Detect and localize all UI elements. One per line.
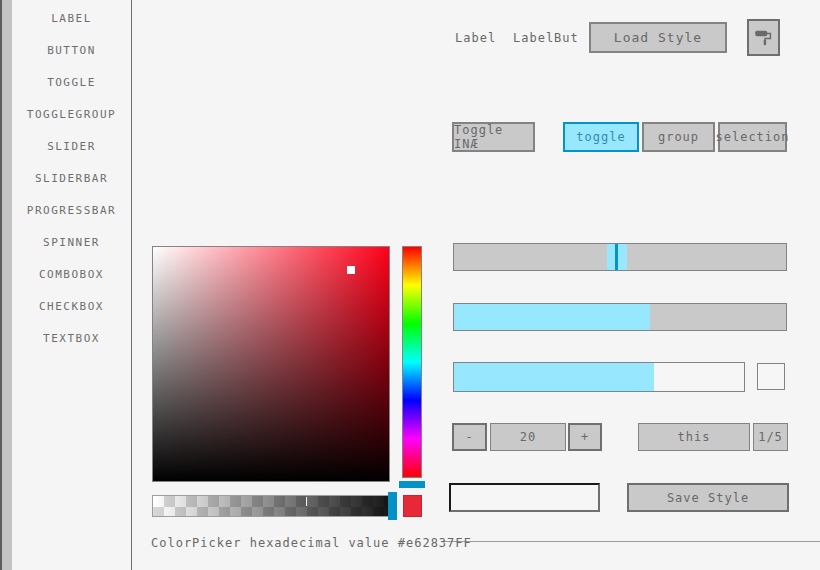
alpha-bar-center-tick [306,497,307,506]
sidebar-item-togglegroup[interactable]: TOGGLEGROUP [12,98,131,130]
sidebar-item-textbox[interactable]: TEXTBOX [12,322,131,354]
sidebar-scrollbar[interactable] [0,0,12,570]
paint-roller-icon [753,27,775,49]
sliderbar-fill [454,304,650,330]
app-window: LABEL BUTTON TOGGLE TOGGLEGROUP SLIDER S… [0,0,820,570]
alpha-bar[interactable] [152,495,392,517]
save-style-button[interactable]: Save Style [627,483,789,512]
colorpicker-cursor[interactable] [347,266,355,274]
hue-bar-handle[interactable] [399,481,425,488]
colorpicker-hex-label: ColorPicker hexadecimal value #e62837FF [151,536,472,550]
spinner-value[interactable]: 20 [490,423,566,451]
load-style-button[interactable]: Load Style [589,22,727,53]
progressbar [453,362,745,392]
combobox[interactable]: this [638,423,750,451]
demo-label-button[interactable]: LabelButton [513,31,577,45]
paint-style-button[interactable] [747,19,780,56]
textbox-input[interactable] [449,483,600,512]
sidebar: LABEL BUTTON TOGGLE TOGGLEGROUP SLIDER S… [12,0,132,570]
demo-label: Label [455,31,496,45]
slider[interactable] [453,243,787,271]
sidebar-item-checkbox[interactable]: CHECKBOX [12,290,131,322]
combobox-counter[interactable]: 1/5 [753,423,788,451]
checkbox[interactable] [757,363,785,390]
progressbar-fill [454,363,654,391]
hue-bar[interactable] [402,246,422,478]
togglegroup-option-group[interactable]: group [642,122,715,152]
selected-color-swatch [403,495,422,517]
alpha-bar-handle[interactable] [388,492,397,520]
divider-line [443,541,820,542]
colorpicker-sv-panel[interactable] [152,246,390,482]
togglegroup-option-selection[interactable]: selection [718,122,787,152]
spinner-increment-button[interactable]: + [568,423,602,451]
sidebar-item-progressbar[interactable]: PROGRESSBAR [12,194,131,226]
sidebar-item-spinner[interactable]: SPINNER [12,226,131,258]
sidebar-item-label[interactable]: LABEL [12,2,131,34]
sidebar-item-button[interactable]: BUTTON [12,34,131,66]
sliderbar[interactable] [453,303,787,331]
sidebar-item-combobox[interactable]: COMBOBOX [12,258,131,290]
togglegroup-option-toggle[interactable]: toggle [563,122,639,152]
sidebar-item-sliderbar[interactable]: SLIDERBAR [12,162,131,194]
sidebar-item-slider[interactable]: SLIDER [12,130,131,162]
slider-handle[interactable] [607,244,627,270]
toggle-state-button[interactable]: Toggle INÆ [452,122,535,152]
sidebar-item-toggle[interactable]: TOGGLE [12,66,131,98]
spinner-decrement-button[interactable]: - [452,423,487,451]
